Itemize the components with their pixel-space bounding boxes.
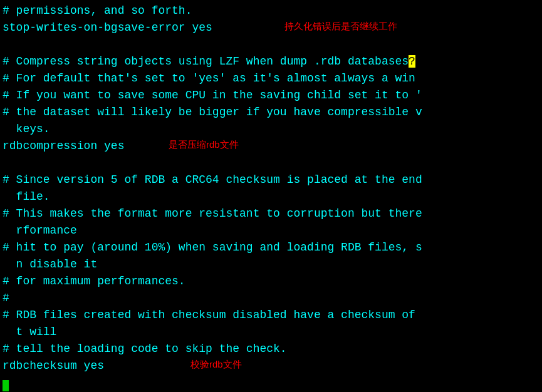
- line-11-text: # Since version 5 of RDB a CRC64 checksu…: [3, 172, 542, 188]
- line-1: # permissions, and so forth.: [3, 3, 542, 19]
- line-22: rdbchecksum yes 校验rdb文件: [3, 358, 542, 374]
- line-8: keys.: [3, 121, 542, 138]
- line-21-text: # tell the loading code to skip the chec…: [3, 341, 542, 358]
- line-16-text: n disable it: [3, 256, 542, 273]
- line-20-text: t will: [3, 324, 542, 341]
- line-20: t will: [3, 324, 542, 341]
- line-7-text: # the dataset will likely be bigger if y…: [3, 104, 542, 121]
- line-10-text: [3, 155, 542, 172]
- line-8-text: keys.: [3, 121, 542, 138]
- line-2-text: stop-writes-on-bgsave-error yes: [3, 19, 542, 36]
- line-14: rformance: [3, 222, 542, 239]
- line-1-text: # permissions, and so forth.: [3, 3, 542, 19]
- annotation-rdbcompression: 是否压缩rdb文件: [169, 138, 239, 152]
- line-9-text: rdbcompression yes: [3, 138, 542, 155]
- line-22-text: rdbchecksum yes: [3, 358, 542, 374]
- line-6-text: # If you want to save some CPU in the sa…: [3, 87, 542, 104]
- line-3-text: [3, 36, 542, 53]
- terminal-window: # permissions, and so forth. stop-writes…: [0, 0, 542, 392]
- line-21: # tell the loading code to skip the chec…: [3, 341, 542, 358]
- line-7: # the dataset will likely be bigger if y…: [3, 104, 542, 121]
- line-3: [3, 36, 542, 53]
- line-19: # RDB files created with checksum disabl…: [3, 307, 542, 324]
- line-19-text: # RDB files created with checksum disabl…: [3, 307, 542, 324]
- line-16: n disable it: [3, 256, 542, 273]
- line-11: # Since version 5 of RDB a CRC64 checksu…: [3, 172, 542, 188]
- line-15: # hit to pay (around 10%) when saving an…: [3, 239, 542, 256]
- line-9: rdbcompression yes 是否压缩rdb文件: [3, 138, 542, 155]
- line-13-text: # This makes the format more resistant t…: [3, 205, 542, 222]
- line-23: [3, 374, 542, 391]
- line-17-text: # for maximum performances.: [3, 273, 542, 290]
- line-2: stop-writes-on-bgsave-error yes 持久化错误后是否…: [3, 19, 542, 36]
- line-17: # for maximum performances.: [3, 273, 542, 290]
- line-5-text: # For default that's set to 'yes' as it'…: [3, 70, 542, 87]
- line-4-text: # Compress string objects using LZF when…: [3, 53, 542, 70]
- line-5: # For default that's set to 'yes' as it'…: [3, 70, 542, 87]
- line-6: # If you want to save some CPU in the sa…: [3, 87, 542, 104]
- line-18-text: #: [3, 290, 542, 307]
- line-15-text: # hit to pay (around 10%) when saving an…: [3, 239, 542, 256]
- terminal-cursor: [3, 380, 9, 391]
- annotation-rdbchecksum: 校验rdb文件: [190, 358, 242, 372]
- line-12: file.: [3, 188, 542, 205]
- line-4: # Compress string objects using LZF when…: [3, 53, 542, 70]
- line-12-text: file.: [3, 188, 542, 205]
- highlight-box: ?: [409, 55, 415, 68]
- line-18: #: [3, 290, 542, 307]
- annotation-stop-writes: 持久化错误后是否继续工作: [284, 19, 397, 34]
- line-13: # This makes the format more resistant t…: [3, 205, 542, 222]
- line-10: [3, 155, 542, 172]
- line-14-text: rformance: [3, 222, 542, 239]
